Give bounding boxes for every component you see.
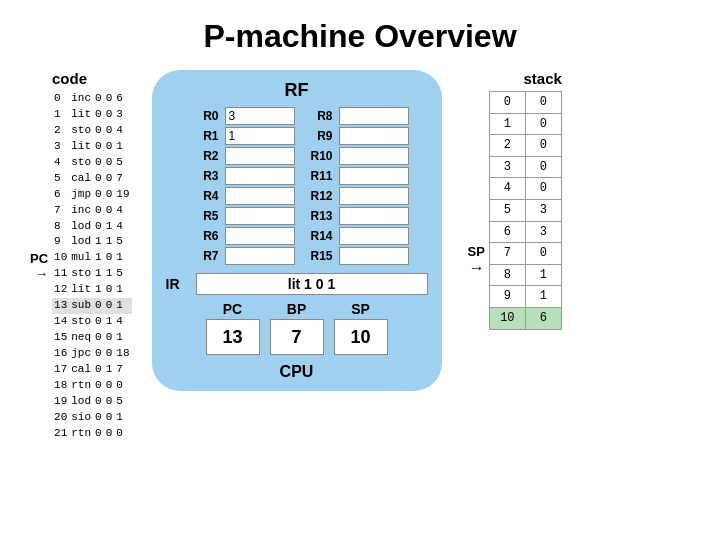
stack-row: 40 bbox=[489, 178, 561, 200]
rf-reg-value bbox=[339, 167, 409, 185]
code-row: 9lod115 bbox=[52, 234, 131, 250]
rf-reg-label: R14 bbox=[299, 229, 335, 243]
rf-reg-value: 3 bbox=[225, 107, 295, 125]
sp-pointer-label: SP bbox=[468, 244, 485, 259]
rf-label: RF bbox=[285, 80, 309, 101]
bp-col-label: BP bbox=[287, 301, 306, 317]
cpu-box: RF R03R8R11R9R2R10R3R11R4R12R5R13R6R14R7… bbox=[152, 70, 442, 391]
rf-reg-label: R15 bbox=[299, 249, 335, 263]
pc-arrow-icon: → bbox=[35, 266, 48, 281]
rf-reg-value bbox=[225, 247, 295, 265]
rf-reg-label: R8 bbox=[299, 109, 335, 123]
code-row: 18rtn000 bbox=[52, 378, 131, 394]
rf-reg-value bbox=[339, 227, 409, 245]
rf-reg-label: R9 bbox=[299, 129, 335, 143]
cpu-section: RF R03R8R11R9R2R10R3R11R4R12R5R13R6R14R7… bbox=[152, 70, 442, 391]
code-row: 13sub001 bbox=[52, 298, 131, 314]
pc-bp-sp-row: PC 13 BP 7 SP 10 bbox=[206, 301, 388, 355]
rf-reg-label: R6 bbox=[185, 229, 221, 243]
rf-reg-label: R12 bbox=[299, 189, 335, 203]
stack-row: 81 bbox=[489, 264, 561, 286]
code-row: 3lit001 bbox=[52, 139, 131, 155]
rf-reg-value bbox=[339, 127, 409, 145]
code-row: 0inc006 bbox=[52, 91, 131, 107]
ir-row: IR lit 1 0 1 bbox=[166, 273, 428, 295]
code-row: 10mul101 bbox=[52, 250, 131, 266]
code-row: 1lit003 bbox=[52, 107, 131, 123]
page-title: P-machine Overview bbox=[0, 0, 720, 65]
rf-reg-label: R11 bbox=[299, 169, 335, 183]
code-row: 17cal017 bbox=[52, 362, 131, 378]
rf-reg-value bbox=[225, 227, 295, 245]
code-table: 0inc0061lit0032sto0043lit0014sto0055cal0… bbox=[52, 91, 131, 442]
code-row: 19lod005 bbox=[52, 394, 131, 410]
sp-arrow-icon: → bbox=[469, 259, 485, 277]
rf-grid: R03R8R11R9R2R10R3R11R4R12R5R13R6R14R7R15 bbox=[185, 107, 409, 265]
rf-reg-value bbox=[339, 187, 409, 205]
stack-section: stack SP → 00102030405363708191106 bbox=[468, 70, 562, 330]
rf-reg-value bbox=[339, 247, 409, 265]
bp-value: 7 bbox=[270, 319, 324, 355]
code-row: 20sio001 bbox=[52, 410, 131, 426]
code-row: 6jmp0019 bbox=[52, 187, 131, 203]
rf-reg-label: R0 bbox=[185, 109, 221, 123]
ir-value: lit 1 0 1 bbox=[196, 273, 428, 295]
sp-arrow-area: SP → bbox=[468, 91, 489, 277]
rf-reg-value bbox=[339, 147, 409, 165]
ir-label: IR bbox=[166, 276, 190, 292]
sp-value: 10 bbox=[334, 319, 388, 355]
stack-row: 70 bbox=[489, 243, 561, 265]
rf-reg-value bbox=[225, 187, 295, 205]
code-section: code PC → 0inc0061lit0032sto0043lit0014s… bbox=[30, 70, 132, 442]
pc-arrow-area: PC → bbox=[30, 91, 52, 281]
stack-row: 53 bbox=[489, 199, 561, 221]
stack-table: 00102030405363708191106 bbox=[489, 91, 562, 330]
rf-reg-value bbox=[225, 147, 295, 165]
rf-reg-value bbox=[225, 167, 295, 185]
rf-reg-label: R5 bbox=[185, 209, 221, 223]
rf-reg-label: R3 bbox=[185, 169, 221, 183]
rf-reg-value bbox=[225, 207, 295, 225]
stack-row: 106 bbox=[489, 307, 561, 329]
code-row: 4sto005 bbox=[52, 155, 131, 171]
code-row: 21rtn000 bbox=[52, 426, 131, 442]
code-row: 11sto115 bbox=[52, 266, 131, 282]
sp-col: SP 10 bbox=[334, 301, 388, 355]
rf-reg-label: R4 bbox=[185, 189, 221, 203]
rf-reg-label: R10 bbox=[299, 149, 335, 163]
rf-reg-label: R13 bbox=[299, 209, 335, 223]
bp-col: BP 7 bbox=[270, 301, 324, 355]
stack-row: 63 bbox=[489, 221, 561, 243]
pc-pointer-label: PC bbox=[30, 251, 48, 266]
rf-reg-label: R7 bbox=[185, 249, 221, 263]
stack-row: 20 bbox=[489, 135, 561, 157]
rf-reg-value: 1 bbox=[225, 127, 295, 145]
stack-row: 30 bbox=[489, 156, 561, 178]
rf-reg-value bbox=[339, 207, 409, 225]
stack-label: stack bbox=[468, 70, 562, 87]
code-label: code bbox=[52, 70, 132, 87]
code-row: 12lit101 bbox=[52, 282, 131, 298]
stack-row: 91 bbox=[489, 286, 561, 308]
pc-col-label: PC bbox=[223, 301, 242, 317]
pc-col: PC 13 bbox=[206, 301, 260, 355]
rf-reg-label: R1 bbox=[185, 129, 221, 143]
cpu-label: CPU bbox=[280, 363, 314, 381]
code-row: 7inc004 bbox=[52, 203, 131, 219]
rf-reg-value bbox=[339, 107, 409, 125]
code-row: 8lod014 bbox=[52, 219, 131, 235]
sp-col-label: SP bbox=[351, 301, 370, 317]
code-row: 5cal007 bbox=[52, 171, 131, 187]
code-row: 2sto004 bbox=[52, 123, 131, 139]
code-row: 15neq001 bbox=[52, 330, 131, 346]
code-row: 14sto014 bbox=[52, 314, 131, 330]
rf-reg-label: R2 bbox=[185, 149, 221, 163]
pc-value: 13 bbox=[206, 319, 260, 355]
stack-row: 10 bbox=[489, 113, 561, 135]
code-row: 16jpc0018 bbox=[52, 346, 131, 362]
stack-row: 00 bbox=[489, 92, 561, 114]
